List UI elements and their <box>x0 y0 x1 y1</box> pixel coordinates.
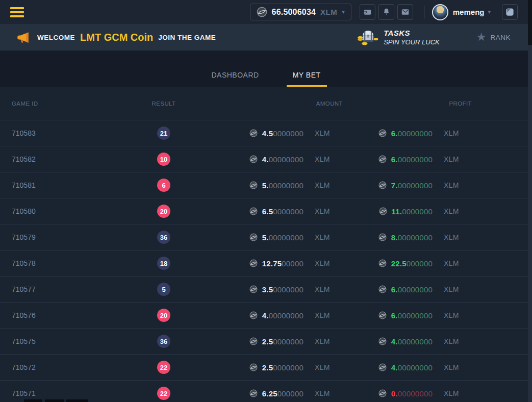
welcome-highlight: LMT GCM Coin <box>80 32 153 43</box>
table-row: 710582 10 4.00000000 XLM 6.00000000 XLM <box>0 146 532 172</box>
profit-zeros: 00000000 <box>398 155 433 164</box>
tab-bar: DASHBOARD MY BET <box>0 51 532 87</box>
currency-label: XLM <box>315 389 343 397</box>
profit-zeros: 00000000 <box>398 337 433 346</box>
menu-button[interactable] <box>10 7 24 17</box>
scrollbar-thumb[interactable] <box>528 0 532 45</box>
amount-cell: 4.50000000 XLM <box>184 129 343 138</box>
tab-my-bet-label: MY BET <box>293 71 321 79</box>
amount-cell: 6.25000000 XLM <box>184 389 343 398</box>
profit-main: 8. <box>391 233 398 242</box>
profit-main: 6. <box>391 311 398 320</box>
game-id: 710576 <box>12 311 143 319</box>
game-id: 710579 <box>12 233 143 241</box>
profit-zeros: 00000000 <box>398 363 433 372</box>
profit-main: 6. <box>391 285 398 294</box>
stellar-coin-icon <box>249 181 258 189</box>
amount-main: 4. <box>262 155 269 164</box>
table-row: 710572 22 2.50000000 XLM 4.00000000 XLM <box>0 354 532 380</box>
stellar-coin-icon <box>249 285 258 293</box>
profit-cell: 6.00000000 XLM <box>343 285 472 294</box>
stellar-coin-icon <box>378 181 387 189</box>
game-id: 710582 <box>12 155 143 163</box>
profit-main: 0. <box>391 389 398 398</box>
user-avatar[interactable] <box>432 4 448 20</box>
game-id: 710580 <box>12 207 143 215</box>
profit-cell: 11.0000000 XLM <box>343 207 472 216</box>
amount-main: 4. <box>262 311 269 320</box>
currency-label: XLM <box>315 311 343 319</box>
table-row: 710577 5 3.50000000 XLM 6.00000000 XLM <box>0 276 532 302</box>
profit-cell: 4.00000000 XLM <box>343 337 472 346</box>
table-row: 710579 36 5.00000000 XLM 8.00000000 XLM <box>0 224 532 250</box>
tasks-link[interactable]: TASKS SPIN YOUR LUCK <box>384 29 440 46</box>
cutoff-element <box>24 399 42 402</box>
chat-panel-button[interactable] <box>502 4 518 20</box>
profit-cell: 22.5000000 XLM <box>343 259 472 268</box>
stellar-coin-icon <box>249 311 258 319</box>
amount-cell: 4.00000000 XLM <box>184 155 343 164</box>
amount-main: 3.5 <box>262 285 273 294</box>
header-profit: PROFIT <box>343 100 472 107</box>
tab-dashboard[interactable]: DASHBOARD <box>205 71 265 87</box>
table-header: GAME ID RESULT AMOUNT PROFIT <box>0 87 532 120</box>
amount-main: 5. <box>262 181 269 190</box>
user-name[interactable]: memeng <box>453 8 485 16</box>
welcome-message: WELCOME LMT GCM Coin JOIN THE GAME <box>37 32 216 43</box>
amount-zeros: 0000000 <box>273 207 303 216</box>
stellar-coin-icon <box>378 259 387 267</box>
notifications-button[interactable] <box>378 4 394 20</box>
stellar-coin-icon <box>249 233 258 241</box>
profit-main: 7. <box>391 181 398 190</box>
profit-main: 11. <box>392 207 402 216</box>
balance-currency: XLM <box>320 8 337 16</box>
welcome-suffix: JOIN THE GAME <box>158 34 216 41</box>
result-badge: 5 <box>157 283 170 296</box>
amount-main: 4.5 <box>262 129 273 138</box>
welcome-prefix: WELCOME <box>37 34 75 41</box>
active-tab-indicator <box>287 85 327 87</box>
currency-label: XLM <box>315 259 343 267</box>
chevron-down-icon[interactable]: ▾ <box>488 9 491 15</box>
result-badge: 6 <box>157 179 170 192</box>
messages-button[interactable] <box>397 4 413 20</box>
amount-zeros: 00000000 <box>269 181 303 190</box>
rank-link[interactable]: ★ RANK <box>476 32 511 43</box>
result-badge: 36 <box>157 335 170 348</box>
game-id: 710577 <box>12 285 143 293</box>
balance-value: 66.5006034 <box>272 8 316 17</box>
currency-label: XLM <box>444 233 472 241</box>
balance-selector[interactable]: 66.5006034 XLM ▾ <box>250 4 351 20</box>
table-row: 710575 36 2.50000000 XLM 4.00000000 XLM <box>0 328 532 354</box>
navbar-divider <box>424 6 425 19</box>
game-id: 710578 <box>12 259 143 267</box>
amount-cell: 3.50000000 XLM <box>184 285 343 294</box>
amount-zeros: 00000 <box>282 259 303 268</box>
currency-label: XLM <box>315 181 343 189</box>
stellar-coin-icon <box>249 363 258 371</box>
stellar-coin-icon <box>378 311 387 319</box>
wallet-button[interactable] <box>360 4 375 20</box>
profit-zeros: 00000000 <box>398 181 433 190</box>
stellar-coin-icon <box>379 207 387 215</box>
table-row: 710571 22 6.25000000 XLM 0.00000000 XLM <box>0 380 532 402</box>
profit-zeros: 00000000 <box>398 389 433 398</box>
tab-my-bet[interactable]: MY BET <box>287 71 327 87</box>
currency-label: XLM <box>315 363 343 371</box>
amount-cell: 12.7500000 XLM <box>184 259 343 268</box>
profit-cell: 0.00000000 XLM <box>343 389 472 398</box>
currency-label: XLM <box>444 285 472 293</box>
currency-label: XLM <box>444 363 472 371</box>
page-scrollbar[interactable] <box>528 0 532 402</box>
stellar-coin-icon <box>378 389 387 397</box>
amount-zeros: 0000000 <box>273 337 303 346</box>
mail-icon <box>401 8 410 16</box>
currency-label: XLM <box>315 155 343 163</box>
currency-label: XLM <box>444 259 472 267</box>
profit-cell: 8.00000000 XLM <box>343 233 472 242</box>
profit-cell: 4.00000000 XLM <box>343 363 472 372</box>
amount-main: 12.75 <box>262 259 282 268</box>
profit-zeros: 000000 <box>407 259 433 268</box>
table-row: 710581 6 5.00000000 XLM 7.00000000 XLM <box>0 172 532 198</box>
wallet-icon <box>363 8 372 16</box>
